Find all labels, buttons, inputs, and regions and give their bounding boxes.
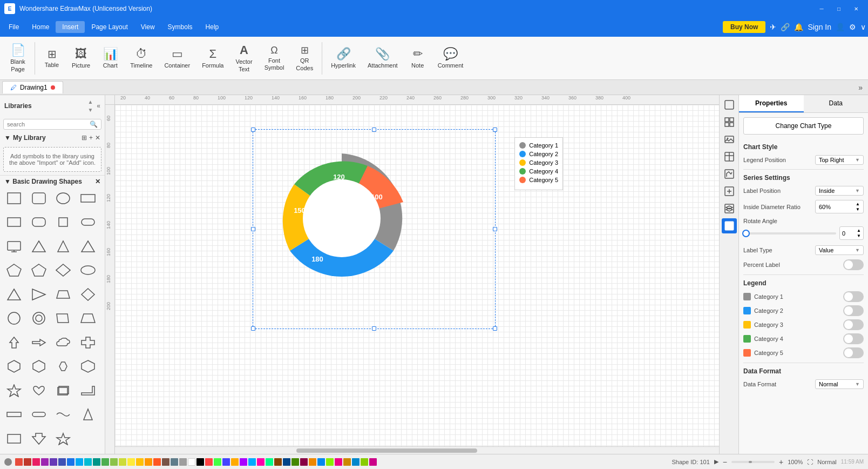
tab-data[interactable]: Data: [804, 95, 869, 112]
label-position-value[interactable]: Inside ▼: [815, 186, 864, 196]
shape-triangle-right2[interactable]: [29, 286, 49, 303]
legend-toggle-cat4[interactable]: [843, 333, 864, 344]
chart-type-icon[interactable]: [722, 166, 737, 182]
shape-heart[interactable]: [29, 382, 49, 399]
swatch-teal[interactable]: [93, 458, 100, 466]
shape-star[interactable]: [4, 382, 24, 399]
ribbon-table[interactable]: ⊞ Table: [38, 40, 65, 77]
zoom-slider[interactable]: [731, 461, 775, 463]
import-btn[interactable]: ⊞: [82, 134, 87, 142]
shape-trapezoid[interactable]: [53, 286, 73, 303]
format-icon[interactable]: [722, 97, 737, 112]
menu-file[interactable]: File: [2, 21, 25, 33]
shape-cross[interactable]: [78, 334, 98, 351]
swatch-19[interactable]: [352, 458, 360, 466]
scroll-down-btn[interactable]: ▼: [86, 106, 94, 113]
swatch-10[interactable]: [274, 458, 282, 466]
angle-up-btn[interactable]: ▲: [857, 228, 861, 233]
swatch-5[interactable]: [231, 458, 239, 466]
percent-label-toggle[interactable]: [843, 259, 864, 270]
swatch-grey[interactable]: [179, 458, 187, 466]
swatch-6[interactable]: [240, 458, 247, 466]
handle-bl[interactable]: [251, 326, 255, 331]
swatch-blue-grey[interactable]: [171, 458, 178, 466]
shape-diamond[interactable]: [53, 262, 73, 279]
swatch-9[interactable]: [266, 458, 273, 466]
shape-hexagon[interactable]: [4, 358, 24, 375]
swatch-16[interactable]: [326, 458, 334, 466]
swatch-deep-orange[interactable]: [153, 458, 161, 466]
close-shapes-btn[interactable]: ✕: [95, 178, 100, 185]
swatch-amber[interactable]: [136, 458, 144, 466]
collapse-sidebar-btn[interactable]: »: [855, 82, 866, 93]
shape-rect-rounded2[interactable]: [29, 213, 49, 231]
shape-parallelogram[interactable]: [53, 213, 73, 231]
handle-tc[interactable]: [372, 128, 376, 132]
swatch-brown[interactable]: [162, 458, 169, 466]
minimize-btn[interactable]: ─: [814, 3, 829, 14]
menu-view[interactable]: View: [134, 21, 161, 33]
swatch-red[interactable]: [15, 458, 23, 466]
shape-trapezoid2[interactable]: [78, 310, 98, 327]
buy-now-button[interactable]: Buy Now: [723, 21, 765, 33]
swatch-white[interactable]: [188, 458, 195, 466]
swatch-12[interactable]: [291, 458, 299, 466]
swatch-17[interactable]: [335, 458, 342, 466]
data-format-value[interactable]: Normal ▼: [815, 379, 864, 389]
ribbon-hyperlink[interactable]: 🔗 Hyperlink: [326, 40, 361, 77]
shape-triangle-up[interactable]: [4, 286, 24, 303]
shape-ring[interactable]: [29, 310, 49, 327]
ribbon-vector-text[interactable]: A VectorText: [230, 40, 257, 77]
shape-triangle-right[interactable]: [53, 238, 73, 255]
swatch-20[interactable]: [361, 458, 368, 466]
ribbon-blank-page[interactable]: 📄 BlankPage: [4, 40, 31, 77]
swatch-4[interactable]: [222, 458, 230, 466]
swatch-21[interactable]: [369, 458, 377, 466]
diameter-up-btn[interactable]: ▲: [856, 202, 860, 206]
shape-triangle-eq[interactable]: [29, 238, 49, 255]
layers-icon[interactable]: [722, 201, 737, 216]
swatch-yellow[interactable]: [127, 458, 135, 466]
change-chart-type-btn[interactable]: Change Chart Type: [743, 117, 864, 135]
swatch-11[interactable]: [283, 458, 290, 466]
shape-rhombus[interactable]: [78, 286, 98, 303]
shape-arrow-btm[interactable]: [29, 430, 49, 447]
swatch-15[interactable]: [317, 458, 325, 466]
h-scrollbar[interactable]: [115, 446, 719, 454]
swatch-18[interactable]: [343, 458, 351, 466]
tab-properties[interactable]: Properties: [739, 95, 804, 112]
ribbon-comment[interactable]: 💬 Comment: [432, 40, 469, 77]
add-btn[interactable]: +: [89, 134, 93, 142]
close-btn[interactable]: ✕: [849, 3, 864, 14]
properties-icon[interactable]: [722, 218, 737, 233]
user-icon[interactable]: 👤: [836, 23, 845, 31]
menu-symbols[interactable]: Symbols: [161, 21, 199, 33]
label-type-value[interactable]: Value ▼: [815, 245, 864, 255]
swatch-13[interactable]: [300, 458, 308, 466]
sign-in-btn[interactable]: Sign In: [808, 23, 831, 31]
swatch-2[interactable]: [205, 458, 213, 466]
shape-pentagon[interactable]: [4, 262, 24, 279]
connect-icon[interactable]: [722, 184, 737, 199]
ribbon-attachment[interactable]: 📎 Attachment: [362, 40, 403, 77]
swatch-blue[interactable]: [67, 458, 74, 466]
shape-hexagon2[interactable]: [29, 358, 49, 375]
shape-rect-notch[interactable]: [4, 430, 24, 447]
swatch-14[interactable]: [309, 458, 316, 466]
chart-container[interactable]: 220 180 150 120 100 Category 1 Category …: [255, 132, 493, 326]
swatch-purple[interactable]: [41, 458, 49, 466]
fit-page-btn[interactable]: ⛶: [807, 459, 813, 465]
table-icon2[interactable]: [722, 149, 737, 164]
shape-rect3d[interactable]: [53, 382, 73, 399]
play-btn[interactable]: ▶: [714, 458, 718, 465]
drawing1-tab[interactable]: 🖊 Drawing1: [2, 81, 63, 93]
zoom-out-btn[interactable]: −: [723, 458, 727, 466]
handle-ml[interactable]: [251, 227, 255, 231]
shape-rect-outline[interactable]: [4, 213, 24, 231]
rotate-angle-value[interactable]: 0 ▲ ▼: [839, 226, 864, 240]
rotate-angle-thumb[interactable]: [742, 230, 750, 237]
menu-help[interactable]: Help: [199, 21, 226, 33]
shape-rect-wide[interactable]: [78, 190, 98, 207]
notification-icon[interactable]: 🔔: [794, 23, 803, 31]
swatch-dark-red[interactable]: [24, 458, 31, 466]
